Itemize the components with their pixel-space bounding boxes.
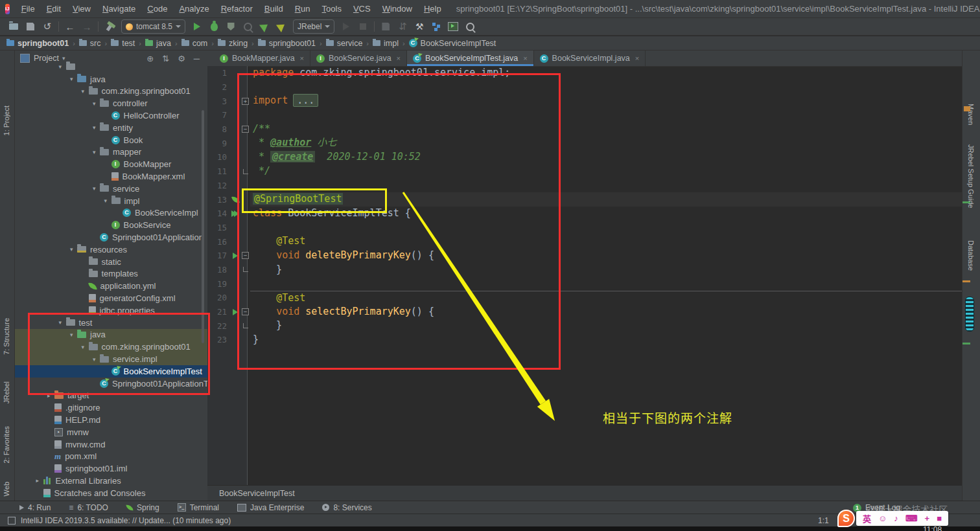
code-line[interactable]: 21− void selectByPrimaryKey() { xyxy=(207,305,962,319)
run-test-gutter-icon[interactable] xyxy=(233,309,238,315)
stop-button[interactable] xyxy=(355,19,371,34)
run-class-gutter-icon[interactable] xyxy=(231,210,239,217)
tree-item-bookservice[interactable]: IBookService xyxy=(15,219,207,231)
close-icon[interactable]: × xyxy=(635,54,639,62)
code-line[interactable]: 9 * @author 小七 xyxy=(207,136,962,150)
tree-item-iml[interactable]: springboot01.iml xyxy=(15,462,207,475)
jrebel-run-button[interactable] xyxy=(256,19,273,34)
settings-button[interactable]: ⚒ xyxy=(411,19,428,34)
code-line[interactable]: 18 } xyxy=(207,263,962,277)
tree-item-entity[interactable]: ▾entity xyxy=(15,122,207,134)
tool-button-terminal[interactable]: >_Terminal xyxy=(178,503,219,512)
build-button[interactable] xyxy=(101,19,118,34)
tree-item-main[interactable]: ▾ xyxy=(15,61,207,73)
tool-button-todo[interactable]: ≡6: TODO xyxy=(69,503,108,512)
ime-logo-icon[interactable]: S xyxy=(837,510,855,527)
menu-navigate[interactable]: Navigate xyxy=(97,1,141,16)
tree-item-test-package[interactable]: ▾com.zking.springboot01 xyxy=(15,341,207,353)
rerun-button[interactable] xyxy=(338,19,355,34)
code-line[interactable]: 1package com.zking.springboot01.service.… xyxy=(207,66,962,80)
tree-item-resources[interactable]: ▾resources xyxy=(15,243,207,256)
code-line[interactable]: 22 } xyxy=(207,319,962,333)
tool-button-spring[interactable]: Spring xyxy=(126,503,159,512)
code-line[interactable]: 3+import... xyxy=(207,94,962,108)
tree-item-bookserviceimpl[interactable]: CBookServiceImpl xyxy=(15,207,207,220)
code-line[interactable]: 11 */ xyxy=(207,164,962,179)
code-line[interactable]: 17− void deleteByPrimaryKey() { xyxy=(207,249,962,263)
ime-emoji-button[interactable]: ☺ xyxy=(878,514,887,523)
run-anything-button[interactable] xyxy=(445,19,461,34)
update-app-button[interactable] xyxy=(377,19,394,34)
code-line[interactable]: 7 xyxy=(207,108,962,122)
menu-tools[interactable]: Tools xyxy=(316,1,347,16)
breadcrumb-src[interactable]: src xyxy=(79,39,101,48)
code-line[interactable]: 14class BookServiceImplTest { xyxy=(207,207,962,221)
ime-sound-button[interactable]: ♪ xyxy=(894,514,898,523)
tool-button-java-enterprise[interactable]: Java Enterprise xyxy=(237,503,304,512)
code-line[interactable]: 16 @Test xyxy=(207,234,962,249)
tree-item-static[interactable]: static xyxy=(15,256,207,268)
menu-window[interactable]: Window xyxy=(377,1,418,16)
breadcrumb-java[interactable]: java xyxy=(145,39,171,48)
tool-button-run[interactable]: 4: Run xyxy=(19,503,51,512)
tool-button-project[interactable]: 1: Project xyxy=(3,106,10,135)
status-message[interactable]: IntelliJ IDEA 2019.3.5 available: // Upd… xyxy=(21,516,231,525)
code-line[interactable]: 12 xyxy=(207,179,962,193)
breadcrumb-com[interactable]: com xyxy=(181,39,208,48)
fold-collapse-icon[interactable]: − xyxy=(242,308,249,315)
run-config-selector[interactable]: tomcat 8.5 xyxy=(121,19,185,34)
menu-edit[interactable]: Edit xyxy=(41,1,67,16)
jrebel-debug-button[interactable] xyxy=(273,19,290,34)
editor-breadcrumb[interactable]: BookServiceImplTest xyxy=(207,485,962,501)
fold-collapse-icon[interactable]: − xyxy=(242,126,249,133)
menu-vcs[interactable]: VCS xyxy=(347,1,377,16)
menu-build[interactable]: Build xyxy=(259,1,289,16)
code-line[interactable]: 19 xyxy=(207,277,962,291)
forward-button[interactable]: → xyxy=(78,19,95,34)
code-editor[interactable]: 1package com.zking.springboot01.service.… xyxy=(207,66,962,486)
close-icon[interactable]: × xyxy=(300,54,304,62)
tool-button-jrebel-setup[interactable]: JRebel Setup Guide xyxy=(967,144,975,208)
breadcrumb-class[interactable]: CBookServiceImplTest xyxy=(409,39,496,48)
tab-bookserviceimpl[interactable]: CBookServiceImpl.java× xyxy=(534,51,646,66)
sync-button[interactable]: ↺ xyxy=(39,19,56,34)
breadcrumb-impl[interactable]: impl xyxy=(373,39,399,48)
ime-keyboard-button[interactable]: ⌨ xyxy=(905,514,918,523)
close-icon[interactable]: × xyxy=(523,54,527,62)
menu-code[interactable]: Code xyxy=(141,1,173,16)
tool-button-services[interactable]: 8: Services xyxy=(322,503,371,512)
close-icon[interactable]: × xyxy=(397,54,401,62)
tree-item-target[interactable]: ▸target xyxy=(15,390,207,402)
menu-file[interactable]: File xyxy=(16,1,41,16)
tree-item-hellocontroller[interactable]: CHelloController xyxy=(15,109,207,122)
breadcrumb-service[interactable]: service xyxy=(326,39,363,48)
tree-item-application-yml[interactable]: application.yml xyxy=(15,280,207,292)
ime-lang-button[interactable]: 英 xyxy=(863,512,871,525)
menu-analyze[interactable]: Analyze xyxy=(173,1,215,16)
jrebel-selector[interactable]: JRebel xyxy=(293,19,334,34)
tree-scrollbar[interactable] xyxy=(202,110,204,343)
tree-item-test-java[interactable]: ▾java xyxy=(15,329,207,341)
tree-item-bookserviceimpltest[interactable]: CBookServiceImplTest xyxy=(15,365,207,378)
fold-expand-icon[interactable]: + xyxy=(242,98,249,105)
tab-bookservice[interactable]: IBookService.java× xyxy=(310,51,407,66)
tree-item-java[interactable]: ▾java xyxy=(15,73,207,85)
tree-item-gitignore[interactable]: .gitignore xyxy=(15,401,207,414)
run-button[interactable] xyxy=(189,19,205,34)
tree-item-test[interactable]: ▾test xyxy=(15,317,207,329)
tree-item-help-md[interactable]: HELP.md xyxy=(15,414,207,426)
stripe-mark-warning[interactable] xyxy=(964,106,970,111)
open-button[interactable] xyxy=(5,19,22,34)
tree-item-bookmapper[interactable]: IBookMapper xyxy=(15,158,207,170)
tree-item-book[interactable]: CBook xyxy=(15,134,207,146)
tool-button-structure[interactable]: 7: Structure xyxy=(3,318,10,355)
tree-item-package[interactable]: ▾com.zking.springboot01 xyxy=(15,85,207,98)
project-structure-button[interactable] xyxy=(428,19,445,34)
tree-item-scratches[interactable]: Scratches and Consoles xyxy=(15,487,207,499)
ime-grid-button[interactable]: ■ xyxy=(937,514,942,523)
update-resources-button[interactable]: ⇵ xyxy=(394,19,411,34)
tree-item-generatorconfig[interactable]: generatorConfig.xml xyxy=(15,292,207,304)
folded-imports[interactable]: ... xyxy=(293,94,318,107)
code-line[interactable]: 8−/** xyxy=(207,122,962,137)
caret-position[interactable]: 1:1 xyxy=(818,516,829,525)
